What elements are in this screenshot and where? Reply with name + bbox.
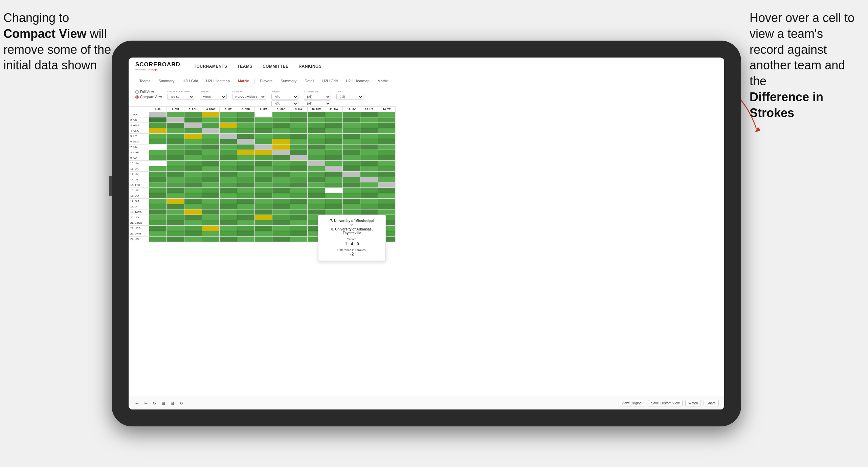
matrix-cell[interactable] (290, 177, 308, 182)
matrix-cell[interactable] (272, 172, 290, 177)
table-row[interactable]: 5. UT (129, 134, 396, 139)
toolbar-zoom-out[interactable]: ⊟ (169, 400, 175, 406)
matrix-cell[interactable] (343, 172, 360, 177)
matrix-cell[interactable] (308, 193, 325, 199)
matrix-cell[interactable] (167, 172, 184, 177)
matrix-cell[interactable] (378, 117, 396, 123)
matrix-cell[interactable] (360, 134, 378, 139)
matrix-cell[interactable] (184, 204, 202, 209)
full-view-radio[interactable] (135, 90, 139, 94)
matrix-cell[interactable] (167, 220, 184, 226)
table-row[interactable]: 3. ASU (129, 123, 396, 128)
matrix-cell[interactable] (237, 231, 255, 237)
toolbar-refresh[interactable]: ⟳ (152, 400, 158, 406)
matrix-cell[interactable] (167, 226, 184, 231)
toolbar-reset[interactable]: ⟲ (178, 400, 184, 406)
matrix-cell[interactable] (308, 144, 325, 150)
matrix-cell[interactable] (360, 182, 378, 188)
table-row[interactable]: 11. UA (129, 166, 396, 172)
matrix-cell[interactable] (149, 123, 167, 128)
matrix-cell[interactable] (202, 161, 220, 166)
matrix-cell[interactable] (220, 204, 237, 209)
matrix-cell[interactable] (202, 150, 220, 155)
matrix-cell[interactable] (149, 134, 167, 139)
matrix-cell[interactable] (290, 220, 308, 226)
matrix-cell[interactable] (149, 209, 167, 215)
matrix-cell[interactable] (272, 182, 290, 188)
matrix-cell[interactable] (378, 188, 396, 193)
matrix-cell[interactable] (167, 150, 184, 155)
matrix-cell[interactable] (237, 155, 255, 161)
matrix-cell[interactable] (343, 139, 360, 144)
matrix-cell[interactable] (360, 166, 378, 172)
filter-region-select-1[interactable]: N/A (271, 94, 298, 100)
matrix-cell[interactable] (255, 144, 272, 150)
matrix-cell[interactable] (290, 123, 308, 128)
matrix-cell[interactable] (220, 237, 237, 242)
matrix-cell[interactable] (325, 134, 343, 139)
matrix-cell[interactable] (220, 220, 237, 226)
matrix-cell[interactable] (255, 231, 272, 237)
matrix-cell[interactable] (184, 134, 202, 139)
tab-h2h-heatmap[interactable]: H2H Heatmap (202, 75, 234, 87)
matrix-cell[interactable] (202, 112, 220, 117)
matrix-cell[interactable] (167, 182, 184, 188)
matrix-cell[interactable] (237, 182, 255, 188)
matrix-cell[interactable] (237, 237, 255, 242)
matrix-cell[interactable] (290, 144, 308, 150)
matrix-cell[interactable] (290, 139, 308, 144)
matrix-cell[interactable] (360, 209, 378, 215)
matrix-cell[interactable] (237, 204, 255, 209)
matrix-cell[interactable] (237, 209, 255, 215)
matrix-cell[interactable] (378, 150, 396, 155)
matrix-cell[interactable] (149, 226, 167, 231)
matrix-cell[interactable] (202, 166, 220, 172)
matrix-cell[interactable] (378, 161, 396, 166)
matrix-cell[interactable] (237, 123, 255, 128)
nav-rankings[interactable]: RANKINGS (298, 63, 321, 70)
matrix-cell[interactable] (290, 231, 308, 237)
toolbar-view-original[interactable]: View: Original (619, 400, 646, 406)
table-row[interactable]: 16. UO (129, 193, 396, 199)
matrix-cell[interactable] (272, 177, 290, 182)
matrix-cell[interactable] (237, 166, 255, 172)
matrix-cell[interactable] (202, 237, 220, 242)
matrix-cell[interactable] (308, 209, 325, 215)
matrix-cell[interactable] (255, 199, 272, 204)
matrix-cell[interactable] (255, 172, 272, 177)
matrix-cell[interactable] (308, 182, 325, 188)
matrix-cell[interactable] (272, 237, 290, 242)
matrix-cell[interactable] (290, 155, 308, 161)
matrix-cell[interactable] (343, 188, 360, 193)
toolbar-undo[interactable]: ↩ (134, 400, 140, 406)
matrix-cell[interactable] (202, 128, 220, 134)
matrix-cell[interactable] (308, 177, 325, 182)
matrix-cell[interactable] (343, 166, 360, 172)
matrix-cell[interactable] (167, 215, 184, 220)
matrix-cell[interactable] (255, 182, 272, 188)
tab-matrix-right[interactable]: Matrix (374, 75, 392, 87)
full-view-option[interactable]: Full View (135, 90, 162, 94)
matrix-cell[interactable] (237, 188, 255, 193)
matrix-cell[interactable] (220, 199, 237, 204)
table-row[interactable]: 1. AU (129, 112, 396, 117)
matrix-cell[interactable] (202, 220, 220, 226)
matrix-cell[interactable] (149, 199, 167, 204)
matrix-cell[interactable] (378, 182, 396, 188)
matrix-cell[interactable] (167, 128, 184, 134)
matrix-cell[interactable] (308, 117, 325, 123)
matrix-cell[interactable] (202, 155, 220, 161)
matrix-cell[interactable] (290, 237, 308, 242)
matrix-cell[interactable] (220, 144, 237, 150)
matrix-cell[interactable] (325, 112, 343, 117)
table-row[interactable]: 8. UAF (129, 150, 396, 155)
matrix-cell[interactable] (184, 155, 202, 161)
table-row[interactable]: 9. UA (129, 155, 396, 161)
matrix-cell[interactable] (308, 161, 325, 166)
matrix-cell[interactable] (167, 177, 184, 182)
matrix-cell[interactable] (325, 161, 343, 166)
compact-view-option[interactable]: Compact View (135, 95, 162, 99)
matrix-cell[interactable] (360, 161, 378, 166)
compact-view-radio[interactable] (135, 95, 139, 99)
matrix-cell[interactable] (360, 172, 378, 177)
